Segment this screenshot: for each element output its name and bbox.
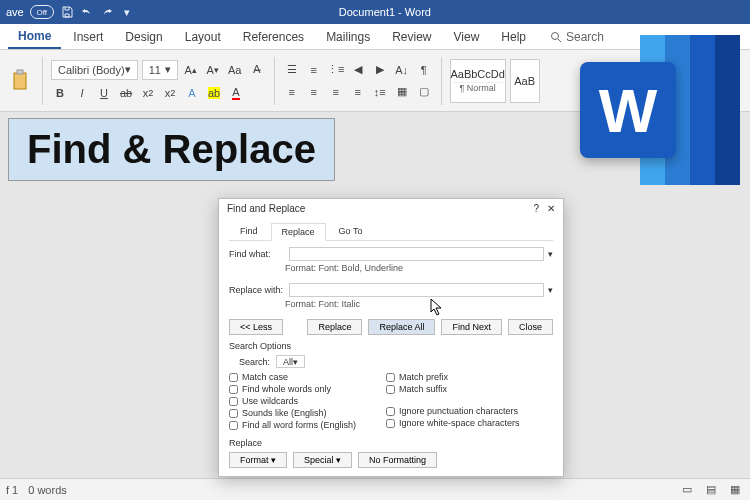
show-marks-icon[interactable]: ¶ [415,61,433,79]
paste-icon[interactable] [8,65,34,97]
special-dropdown-button[interactable]: Special ▾ [293,452,352,468]
font-group: Calibri (Body) ▾ 11 ▾ A▴ A▾ Aa A̶ B I U … [51,60,266,102]
shading-icon[interactable]: ▦ [393,83,411,101]
replace-button[interactable]: Replace [307,319,362,335]
sort-icon[interactable]: A↓ [393,61,411,79]
align-center-icon[interactable]: ≡ [305,83,323,101]
justify-icon[interactable]: ≡ [349,83,367,101]
cb-match-prefix[interactable]: Match prefix [386,372,520,382]
document-title: Document1 - Word [140,6,630,18]
clipboard-group [8,65,34,97]
grow-font-icon[interactable]: A▴ [182,61,200,79]
find-dropdown-icon[interactable]: ▾ [548,249,553,259]
page-indicator[interactable]: f 1 [6,484,18,496]
multilevel-icon[interactable]: ⋮≡ [327,61,345,79]
word-count[interactable]: 0 words [28,484,67,496]
tab-view[interactable]: View [444,26,490,48]
bold-button[interactable]: B [51,84,69,102]
save-icon[interactable] [60,5,74,19]
style-next[interactable]: AaB [510,59,540,103]
word-logo-letter: W [580,62,676,158]
font-name-select[interactable]: Calibri (Body) ▾ [51,60,138,80]
replace-with-input[interactable] [289,283,544,297]
superscript-button[interactable]: x2 [161,84,179,102]
svg-point-0 [551,32,558,39]
decrease-indent-icon[interactable]: ◀ [349,61,367,79]
highlight-icon[interactable]: ab [205,84,223,102]
find-what-input[interactable] [289,247,544,261]
autosave-toggle[interactable]: Off [30,5,54,19]
find-next-button[interactable]: Find Next [441,319,502,335]
replace-all-button[interactable]: Replace All [368,319,435,335]
replace-with-label: Replace with: [229,285,285,295]
cb-match-suffix[interactable]: Match suffix [386,384,520,394]
web-layout-icon[interactable]: ▦ [726,481,744,499]
tab-help[interactable]: Help [491,26,536,48]
dialog-help-icon[interactable]: ? [533,203,539,214]
quick-access-toolbar: ave Off ▾ [0,5,140,19]
less-button[interactable]: << Less [229,319,283,335]
svg-line-1 [558,39,561,42]
autosave-label: ave [6,6,24,18]
undo-icon[interactable] [80,5,94,19]
cb-whole-words[interactable]: Find whole words only [229,384,356,394]
tab-references[interactable]: References [233,26,314,48]
redo-icon[interactable] [100,5,114,19]
strikethrough-button[interactable]: ab [117,84,135,102]
tab-home[interactable]: Home [8,25,61,49]
line-spacing-icon[interactable]: ↕≡ [371,83,389,101]
tab-review[interactable]: Review [382,26,441,48]
underline-button[interactable]: U [95,84,113,102]
dialog-close-icon[interactable]: ✕ [547,203,555,214]
cb-ignore-whitespace[interactable]: Ignore white-space characters [386,418,520,428]
dialog-tab-find[interactable]: Find [229,222,269,240]
dialog-tab-replace[interactable]: Replace [271,223,326,241]
style-normal[interactable]: AaBbCcDd ¶ Normal [450,59,506,103]
increase-indent-icon[interactable]: ▶ [371,61,389,79]
dialog-title: Find and Replace [227,203,305,214]
subscript-button[interactable]: x2 [139,84,157,102]
borders-icon[interactable]: ▢ [415,83,433,101]
dialog-tab-goto[interactable]: Go To [328,222,374,240]
word-logo: W [580,30,740,190]
format-dropdown-button[interactable]: Format ▾ [229,452,287,468]
tab-mailings[interactable]: Mailings [316,26,380,48]
find-format-value: Font: Bold, Underline [319,263,404,273]
tab-design[interactable]: Design [115,26,172,48]
close-button[interactable]: Close [508,319,553,335]
styles-group: AaBbCcDd ¶ Normal AaB [450,59,540,103]
cb-ignore-punct[interactable]: Ignore punctuation characters [386,406,520,416]
clear-formatting-icon[interactable]: A̶ [248,61,266,79]
shrink-font-icon[interactable]: A▾ [204,61,222,79]
title-bar: ave Off ▾ Document1 - Word [0,0,750,24]
tab-layout[interactable]: Layout [175,26,231,48]
replace-format-value: Font: Italic [319,299,361,309]
search-scope-select[interactable]: All ▾ [276,355,305,368]
overlay-title-banner: Find & Replace [8,118,335,181]
cb-match-case[interactable]: Match case [229,372,356,382]
cb-word-forms[interactable]: Find all word forms (English) [229,420,356,430]
align-right-icon[interactable]: ≡ [327,83,345,101]
replace-dropdown-icon[interactable]: ▾ [548,285,553,295]
font-color-icon[interactable]: A [227,84,245,102]
svg-rect-3 [17,70,23,74]
italic-button[interactable]: I [73,84,91,102]
print-layout-icon[interactable]: ▤ [702,481,720,499]
numbering-icon[interactable]: ≡ [305,61,323,79]
find-what-label: Find what: [229,249,285,259]
no-formatting-button[interactable]: No Formatting [358,452,437,468]
align-left-icon[interactable]: ≡ [283,83,301,101]
paragraph-group: ☰ ≡ ⋮≡ ◀ ▶ A↓ ¶ ≡ ≡ ≡ ≡ ↕≡ ▦ ▢ [283,61,433,101]
cb-sounds-like[interactable]: Sounds like (English) [229,408,356,418]
dialog-tabs: Find Replace Go To [229,222,553,241]
text-effects-icon[interactable]: A [183,84,201,102]
read-mode-icon[interactable]: ▭ [678,481,696,499]
tab-insert[interactable]: Insert [63,26,113,48]
font-size-select[interactable]: 11 ▾ [142,60,178,80]
qat-dropdown-icon[interactable]: ▾ [120,5,134,19]
svg-rect-2 [14,73,26,89]
change-case-icon[interactable]: Aa [226,61,244,79]
cb-wildcards[interactable]: Use wildcards [229,396,356,406]
search-icon [550,31,562,43]
bullets-icon[interactable]: ☰ [283,61,301,79]
